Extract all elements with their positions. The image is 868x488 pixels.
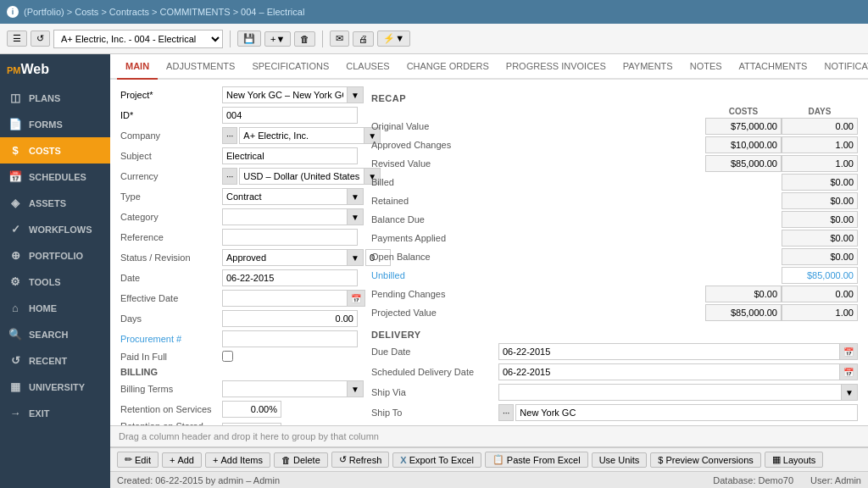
grid-edit-btn[interactable]: ✏ Edit — [117, 452, 159, 468]
print-button[interactable]: 🖨 — [353, 31, 374, 47]
sidebar-item-schedules[interactable]: 📅 SCHEDULES — [0, 164, 110, 190]
tab-adjustments[interactable]: ADJUSTMENTS — [158, 54, 243, 80]
effective-date-cal-btn[interactable]: 📅 — [348, 290, 365, 307]
ship-via-input[interactable] — [498, 384, 842, 401]
grid-export-btn[interactable]: X Export To Excel — [392, 452, 481, 468]
status-dropdown-btn[interactable]: ▼ — [348, 249, 364, 266]
sidebar-item-costs[interactable]: $ COSTS — [0, 137, 110, 164]
paid-in-full-checkbox[interactable] — [222, 351, 233, 362]
subject-row: Subject — [120, 147, 358, 164]
sidebar-item-search[interactable]: 🔍 SEARCH — [0, 321, 110, 347]
tab-payments[interactable]: PAYMENTS — [615, 54, 682, 80]
grid-use-units-btn[interactable]: Use Units — [592, 452, 648, 468]
billing-terms-input[interactable] — [222, 380, 348, 397]
currency-ellipsis-btn[interactable]: ··· — [222, 168, 237, 185]
due-date-row: Due Date 📅 — [371, 343, 858, 360]
recap-pending-costs[interactable] — [705, 286, 782, 302]
tab-notes[interactable]: NOTES — [682, 54, 731, 80]
list-view-button[interactable]: ☰ — [7, 30, 27, 47]
ship-to-input[interactable] — [515, 404, 858, 421]
sidebar-item-plans[interactable]: ◫ PLANS — [0, 85, 110, 111]
undo-button[interactable]: ↺ — [31, 30, 50, 47]
record-selector[interactable]: A+ Electric, Inc. - 004 - Electrical — [53, 30, 223, 48]
recap-balance-costs[interactable] — [782, 211, 858, 228]
recap-retained-costs[interactable] — [782, 192, 858, 209]
grid-add-btn[interactable]: + Add — [162, 452, 202, 468]
recap-pending-days[interactable] — [782, 286, 858, 302]
effective-date-label: Effective Date — [120, 293, 222, 303]
reference-input[interactable] — [222, 229, 358, 246]
refresh-icon: ↺ — [339, 454, 347, 465]
company-input[interactable] — [239, 127, 364, 144]
tab-specifications[interactable]: SPECIFICATIONS — [243, 54, 337, 80]
sidebar-item-forms-label: FORMS — [29, 119, 63, 130]
days-input[interactable] — [222, 310, 358, 327]
recap-original-costs[interactable] — [705, 118, 782, 135]
sidebar-item-forms[interactable]: 📄 FORMS — [0, 111, 110, 137]
delete-button[interactable]: 🗑 — [294, 31, 315, 47]
grid-delete-btn[interactable]: 🗑 Delete — [274, 452, 328, 468]
project-input[interactable] — [222, 86, 348, 103]
due-date-input[interactable] — [498, 343, 840, 360]
effective-date-input[interactable] — [222, 290, 348, 307]
sidebar-item-tools[interactable]: ⚙ TOOLS — [0, 269, 110, 295]
tab-change-orders[interactable]: CHANGE ORDERS — [398, 54, 498, 80]
status-input[interactable] — [222, 249, 348, 266]
type-dropdown-btn[interactable]: ▼ — [348, 188, 364, 205]
grid-paste-btn[interactable]: 📋 Paste From Excel — [485, 452, 588, 468]
recap-revised-costs[interactable] — [705, 155, 782, 172]
sidebar-item-university[interactable]: ▦ UNIVERSITY — [0, 374, 110, 400]
recap-revised-days[interactable] — [782, 155, 858, 172]
grid-preview-btn[interactable]: $ Preview Conversions — [650, 452, 760, 468]
company-input-group: ▼ — [239, 127, 381, 144]
top-header: i (Portfolio) > Costs > Contracts > COMM… — [0, 0, 868, 24]
add-button[interactable]: +▼ — [264, 31, 291, 47]
ship-via-dropdown-btn[interactable]: ▼ — [842, 384, 858, 401]
recap-unbilled-label[interactable]: Unbilled — [371, 270, 782, 280]
project-dropdown-btn[interactable]: ▼ — [348, 86, 364, 103]
subject-input[interactable] — [222, 147, 358, 164]
sidebar-item-recent[interactable]: ↺ RECENT — [0, 347, 110, 374]
tab-main[interactable]: MAIN — [117, 54, 158, 80]
sidebar-item-assets[interactable]: ◈ ASSETS — [0, 190, 110, 216]
scheduled-input[interactable] — [498, 363, 840, 380]
category-input[interactable] — [222, 208, 348, 225]
recap-billed-costs[interactable] — [782, 174, 858, 191]
id-input[interactable] — [222, 107, 358, 124]
sidebar-item-exit[interactable]: → EXIT — [0, 400, 110, 426]
procurement-label[interactable]: Procurement # — [120, 334, 222, 344]
sidebar-item-workflows[interactable]: ✓ WORKFLOWS — [0, 216, 110, 242]
type-input[interactable] — [222, 188, 348, 205]
tab-notifications[interactable]: NOTIFICATIONS — [815, 54, 868, 80]
recap-unbilled-costs[interactable] — [782, 267, 858, 284]
procurement-row: Procurement # — [120, 330, 358, 347]
save-button[interactable]: 💾 — [237, 30, 261, 47]
email-button[interactable]: ✉ — [330, 30, 349, 47]
sidebar-item-home[interactable]: ⌂ HOME — [0, 295, 110, 321]
recap-approved-costs[interactable] — [705, 136, 782, 153]
tab-clauses[interactable]: CLAUSES — [337, 54, 398, 80]
currency-input[interactable] — [239, 168, 364, 185]
due-date-cal-btn[interactable]: 📅 — [840, 343, 858, 360]
grid-layouts-btn[interactable]: ▦ Layouts — [765, 452, 824, 468]
sidebar-item-portfolio[interactable]: ⊕ PORTFOLIO — [0, 242, 110, 269]
recap-projected-costs[interactable] — [705, 304, 782, 321]
billing-terms-dropdown-btn[interactable]: ▼ — [348, 380, 364, 397]
recap-original-days[interactable] — [782, 118, 858, 135]
grid-refresh-btn[interactable]: ↺ Refresh — [331, 452, 390, 468]
recap-open-costs[interactable] — [782, 248, 858, 265]
tab-progress-invoices[interactable]: PROGRESS INVOICES — [498, 54, 615, 80]
scheduled-cal-btn[interactable]: 📅 — [840, 363, 858, 380]
date-input[interactable] — [222, 269, 358, 286]
recap-payments-costs[interactable] — [782, 230, 858, 247]
retention-services-input[interactable] — [222, 401, 281, 418]
procurement-input[interactable] — [222, 330, 358, 347]
grid-add-items-btn[interactable]: + Add Items — [205, 452, 270, 468]
lightning-button[interactable]: ⚡▼ — [377, 30, 410, 47]
recap-approved-days[interactable] — [782, 136, 858, 153]
recap-projected-days[interactable] — [782, 304, 858, 321]
category-dropdown-btn[interactable]: ▼ — [348, 208, 364, 225]
tab-attachments[interactable]: ATTACHMENTS — [731, 54, 816, 80]
ship-to-ellipsis-btn[interactable]: ··· — [498, 404, 514, 421]
company-ellipsis-btn[interactable]: ··· — [222, 127, 237, 144]
